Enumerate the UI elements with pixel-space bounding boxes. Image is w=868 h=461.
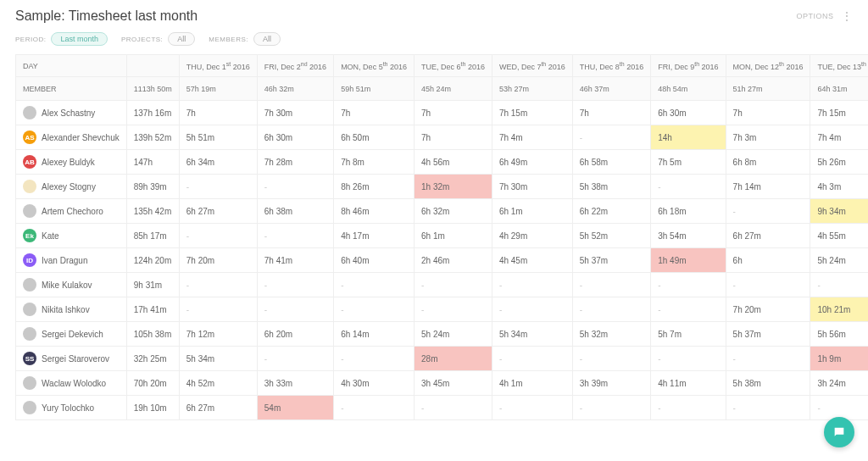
time-cell[interactable]: - (334, 273, 415, 297)
time-cell[interactable]: 4h 55m (810, 224, 868, 248)
time-cell[interactable]: 6h 27m (179, 199, 257, 224)
time-cell[interactable]: - (334, 347, 415, 371)
time-cell[interactable]: 7h (726, 101, 810, 125)
filter-pill[interactable]: All (168, 32, 195, 46)
time-cell[interactable]: 1h 32m (415, 175, 492, 199)
time-cell[interactable]: - (572, 273, 650, 297)
time-cell[interactable]: 5h 24m (810, 248, 868, 273)
time-cell[interactable]: - (334, 396, 415, 420)
table-row[interactable]: Waclaw Wolodko70h 20m4h 52m3h 33m4h 30m3… (16, 371, 869, 396)
time-cell[interactable]: - (415, 297, 492, 322)
table-row[interactable]: Mike Kulakov9h 31m---------4h (16, 273, 869, 297)
time-cell[interactable]: 3h 24m (810, 371, 868, 396)
time-cell[interactable]: 4h 29m (492, 224, 572, 248)
time-cell[interactable]: 7h 8m (334, 150, 415, 175)
time-cell[interactable]: - (492, 297, 572, 322)
time-cell[interactable]: 9h 34m (810, 199, 868, 224)
table-row[interactable]: Alexey Stogny89h 39m--8h 26m1h 32m7h 30m… (16, 175, 869, 199)
time-cell[interactable]: - (415, 396, 492, 420)
member-cell[interactable]: ASAlexander Shevchuk (16, 125, 127, 150)
time-cell[interactable]: - (572, 297, 650, 322)
day-header[interactable]: MON, Dec 12th 2016 (726, 55, 810, 77)
time-cell[interactable]: - (651, 273, 726, 297)
time-cell[interactable]: 5h 37m (726, 322, 810, 347)
time-cell[interactable]: 6h 27m (179, 396, 257, 420)
time-cell[interactable]: 6h 58m (572, 150, 650, 175)
time-cell[interactable]: - (257, 273, 333, 297)
day-header[interactable]: TUE, Dec 13th 2016 (810, 55, 868, 77)
time-cell[interactable]: - (179, 297, 257, 322)
time-cell[interactable]: - (179, 175, 257, 199)
time-cell[interactable]: 7h 3m (726, 125, 810, 150)
time-cell[interactable]: 4h 1m (492, 371, 572, 396)
table-row[interactable]: Alex Schastny137h 16m7h7h 30m7h7h7h 15m7… (16, 101, 869, 125)
time-cell[interactable]: 6h 8m (726, 150, 810, 175)
options-menu[interactable]: OPTIONS ⋮ (796, 9, 853, 23)
time-cell[interactable]: 5h 38m (572, 175, 650, 199)
filter-pill[interactable]: Last month (51, 32, 108, 46)
time-cell[interactable]: - (726, 396, 810, 420)
time-cell[interactable]: - (810, 273, 868, 297)
time-cell[interactable]: - (651, 175, 726, 199)
time-cell[interactable]: 7h 30m (257, 101, 333, 125)
time-cell[interactable]: 5h 34m (492, 322, 572, 347)
time-cell[interactable]: 54m (257, 396, 333, 420)
time-cell[interactable]: 3h 33m (257, 371, 333, 396)
time-cell[interactable]: 28m (415, 347, 492, 371)
member-cell[interactable]: Waclaw Wolodko (16, 371, 127, 396)
member-cell[interactable]: SSSergei Staroverov (16, 347, 127, 371)
time-cell[interactable]: 6h 50m (334, 125, 415, 150)
member-cell[interactable]: Sergei Dekevich (16, 322, 127, 347)
time-cell[interactable]: 5h 52m (572, 224, 650, 248)
time-cell[interactable]: - (492, 396, 572, 420)
time-cell[interactable]: 7h 4m (492, 125, 572, 150)
time-cell[interactable]: 6h 1m (415, 224, 492, 248)
time-cell[interactable]: 7h (572, 101, 650, 125)
time-cell[interactable]: 4h 45m (492, 248, 572, 273)
member-cell[interactable]: Mike Kulakov (16, 273, 127, 297)
time-cell[interactable]: 6h 49m (492, 150, 572, 175)
time-cell[interactable]: 5h 24m (415, 322, 492, 347)
day-header[interactable]: FRI, Dec 9th 2016 (651, 55, 726, 77)
time-cell[interactable]: 7h 20m (179, 248, 257, 273)
day-header[interactable]: FRI, Dec 2nd 2016 (257, 55, 333, 77)
time-cell[interactable]: 7h 30m (492, 175, 572, 199)
time-cell[interactable]: 7h 15m (810, 101, 868, 125)
time-cell[interactable]: 7h 14m (726, 175, 810, 199)
time-cell[interactable]: - (415, 273, 492, 297)
day-header[interactable]: TUE, Dec 6th 2016 (415, 55, 492, 77)
time-cell[interactable]: - (726, 273, 810, 297)
table-row[interactable]: IDIvan Dragun124h 20m7h 20m7h 41m6h 40m2… (16, 248, 869, 273)
time-cell[interactable]: 6h 1m (492, 199, 572, 224)
time-cell[interactable]: 4h 11m (651, 371, 726, 396)
time-cell[interactable]: 6h 40m (334, 248, 415, 273)
member-cell[interactable]: Nikita Ishkov (16, 297, 127, 322)
time-cell[interactable]: 7h 5m (651, 150, 726, 175)
time-cell[interactable]: 8h 46m (334, 199, 415, 224)
time-cell[interactable]: - (334, 297, 415, 322)
table-row[interactable]: EkKate85h 17m--4h 17m6h 1m4h 29m5h 52m3h… (16, 224, 869, 248)
time-cell[interactable]: 4h 17m (334, 224, 415, 248)
time-cell[interactable]: 7h 4m (810, 125, 868, 150)
member-cell[interactable]: Yury Tolochko (16, 396, 127, 420)
time-cell[interactable]: 7h 28m (257, 150, 333, 175)
day-header[interactable]: THU, Dec 1st 2016 (179, 55, 257, 77)
time-cell[interactable]: 6h 20m (257, 322, 333, 347)
time-cell[interactable]: - (572, 347, 650, 371)
time-cell[interactable]: 10h 21m (810, 297, 868, 322)
day-header[interactable]: WED, Dec 7th 2016 (492, 55, 572, 77)
time-cell[interactable]: 5h 37m (572, 248, 650, 273)
table-row[interactable]: Sergei Dekevich105h 38m7h 12m6h 20m6h 14… (16, 322, 869, 347)
day-header[interactable]: MON, Dec 5th 2016 (334, 55, 415, 77)
time-cell[interactable]: 6h 27m (726, 224, 810, 248)
time-cell[interactable]: 6h 30m (257, 125, 333, 150)
options-dots-icon[interactable]: ⋮ (841, 9, 854, 23)
table-row[interactable]: Yury Tolochko19h 10m6h 27m54m-------- (16, 396, 869, 420)
member-cell[interactable]: Alex Schastny (16, 101, 127, 125)
member-cell[interactable]: IDIvan Dragun (16, 248, 127, 273)
time-cell[interactable]: 5h 56m (810, 322, 868, 347)
table-row[interactable]: Nikita Ishkov17h 41m-------7h 20m10h 21m… (16, 297, 869, 322)
time-cell[interactable]: 3h 39m (572, 371, 650, 396)
time-cell[interactable]: 6h (726, 248, 810, 273)
time-cell[interactable]: 5h 26m (810, 150, 868, 175)
